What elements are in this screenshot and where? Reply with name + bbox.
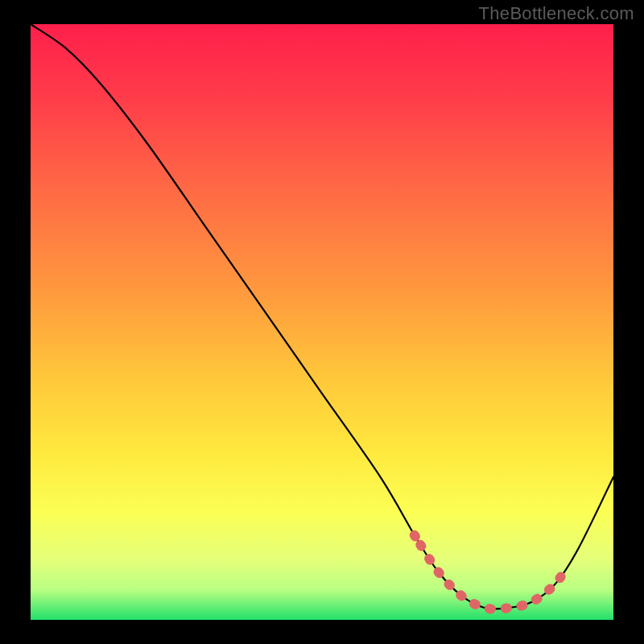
bottleneck-chart <box>0 0 644 644</box>
plot-gradient-background <box>31 24 613 620</box>
chart-container: TheBottleneck.com <box>0 0 644 644</box>
watermark-label: TheBottleneck.com <box>479 3 634 24</box>
